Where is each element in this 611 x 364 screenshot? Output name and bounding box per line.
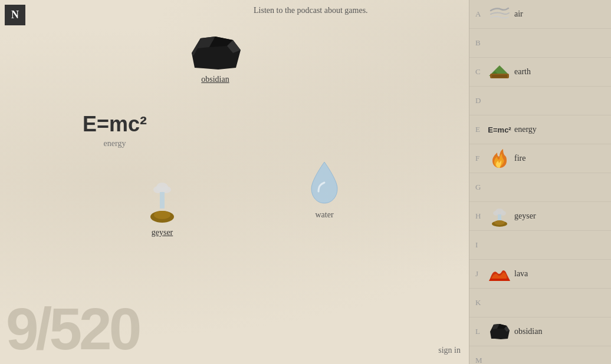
sidebar-item-name-fire: fire xyxy=(514,154,525,163)
podcast-text: Listen to the podcast about games. xyxy=(254,6,368,15)
sidebar-item-lava[interactable]: J lava xyxy=(469,260,611,289)
lava-icon xyxy=(488,263,511,285)
fire-icon xyxy=(488,147,511,170)
element-water-main: water xyxy=(307,159,342,220)
energy-formula-main: E=mc² xyxy=(83,112,147,137)
sidebar-item-g[interactable]: G xyxy=(469,173,611,202)
water-icon-main xyxy=(307,159,342,206)
element-obsidian-main[interactable]: obsidian xyxy=(189,35,242,84)
svg-rect-8 xyxy=(160,192,165,209)
sidebar-item-name-energy: energy xyxy=(514,125,537,134)
sidebar-item-name-lava: lava xyxy=(514,269,528,279)
svg-point-20 xyxy=(494,220,505,225)
svg-point-10 xyxy=(154,211,170,219)
sidebar-letter-d: D xyxy=(475,96,486,105)
right-sidebar: A air B C earth xyxy=(469,0,611,364)
sidebar-item-m[interactable]: M xyxy=(469,346,611,364)
sidebar-letter-i: I xyxy=(475,240,486,250)
logo-area: N xyxy=(5,5,25,25)
air-icon xyxy=(488,3,511,25)
svg-rect-14 xyxy=(492,75,507,78)
obsidian-icon-main xyxy=(189,35,242,71)
sidebar-item-geyser[interactable]: H geyser xyxy=(469,202,611,231)
earth-icon xyxy=(488,61,511,83)
sidebar-item-fire[interactable]: F fire xyxy=(469,144,611,173)
sidebar-letter-k: K xyxy=(475,298,486,307)
sidebar-letter-a: A xyxy=(475,9,486,19)
big-number: 9/520 xyxy=(6,299,139,358)
sidebar-item-name-geyser: geyser xyxy=(514,211,536,221)
geyser-label[interactable]: geyser xyxy=(147,228,177,237)
obsidian-icon xyxy=(488,320,511,343)
sidebar-letter-m: M xyxy=(475,356,486,364)
geyser-icon-main xyxy=(147,177,177,224)
element-energy-main: E=mc² energy xyxy=(83,112,147,148)
sidebar-item-air[interactable]: A air xyxy=(469,0,611,29)
sidebar-item-obsidian[interactable]: L obsidian xyxy=(469,317,611,346)
sidebar-item-d[interactable]: D xyxy=(469,87,611,115)
obsidian-label[interactable]: obsidian xyxy=(189,75,242,84)
sidebar-item-i[interactable]: I xyxy=(469,231,611,260)
sidebar-item-name-obsidian: obsidian xyxy=(514,327,542,336)
sidebar-item-name-air: air xyxy=(514,9,523,19)
sidebar-item-energy[interactable]: E E=mc² energy xyxy=(469,115,611,144)
sidebar-item-k[interactable]: K xyxy=(469,289,611,317)
sidebar-item-earth[interactable]: C earth xyxy=(469,58,611,87)
water-label: water xyxy=(307,210,342,220)
sidebar-item-name-earth: earth xyxy=(514,67,531,77)
sidebar-letter-f: F xyxy=(475,154,486,163)
element-geyser-main[interactable]: geyser xyxy=(147,177,177,237)
sidebar-letter-l: L xyxy=(475,327,486,336)
sidebar-letter-b: B xyxy=(475,38,486,48)
logo-symbol: N xyxy=(11,9,19,21)
energy-icon: E=mc² xyxy=(488,118,511,141)
sidebar-letter-e: E xyxy=(475,125,486,134)
energy-label: energy xyxy=(83,139,147,148)
sidebar-letter-h: H xyxy=(475,211,486,221)
sidebar-letter-c: C xyxy=(475,67,486,77)
sidebar-letter-j: J xyxy=(475,269,486,279)
sign-in-button[interactable]: sign in xyxy=(438,346,461,355)
sidebar-letter-g: G xyxy=(475,183,486,192)
geyser-icon xyxy=(488,205,511,227)
sidebar-item-b[interactable]: B xyxy=(469,29,611,58)
